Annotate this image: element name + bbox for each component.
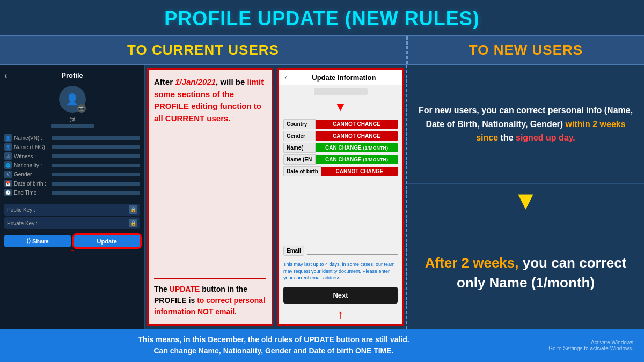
name-eng-icon: 👤 (4, 143, 12, 151)
form-panel: ‹ Update Information ▼ Country CANNOT CH… (277, 68, 404, 326)
form-name-bar (314, 88, 368, 95)
new-users-info-bottom: After 2 weeks, you can correct only Name… (407, 217, 644, 329)
new-users-header: TO NEW USERS (408, 36, 644, 64)
name-vn-icon: 👤 (4, 134, 12, 142)
share-button[interactable]: ⟨⟩ Share (4, 235, 71, 247)
camera-icon[interactable]: 📷 (77, 104, 86, 113)
form-field-gender: Gender CANNOT CHANGE (283, 131, 398, 141)
field-dob: 📅 Date of birth : (4, 180, 140, 187)
right-arrow-section: ▼ (407, 184, 644, 217)
form-field-name-vn: Name( CAN CHANGE (1/MONTH) (283, 143, 398, 153)
field-gender: ⚥ Gender : (4, 171, 140, 178)
public-key-field: Public Key : 🔒 (4, 204, 140, 216)
new-users-info-top: For new users, you can correct personal … (407, 65, 644, 184)
form-field-dob: Date of birth CANNOT CHANGE (283, 166, 398, 176)
form-notice: This may last up to 4 days, in some case… (279, 258, 402, 285)
nationality-icon: 🌐 (4, 161, 12, 169)
form-field-name-en: Name (EN CAN CHANGE (1/MONTH) (283, 154, 398, 165)
email-input-line[interactable] (307, 247, 398, 255)
form-arrow-up: ↑ (279, 307, 402, 324)
field-name-eng: 👤 Name (ENG) : (4, 143, 140, 151)
profile-fields: 👤 Name(VN) : 👤 Name (ENG) : ⚠ Witness : … (4, 131, 140, 199)
username-bar (51, 124, 94, 128)
form-field-country: Country CANNOT CHANGE (283, 119, 398, 129)
current-users-info-top: After 1/Jan/2021, will be limit some sec… (154, 76, 266, 274)
gender-icon: ⚥ (4, 171, 12, 178)
form-email-row: Email (283, 246, 398, 256)
field-witness: ⚠ Witness : (4, 152, 140, 160)
dob-icon: 📅 (4, 180, 12, 187)
person-icon: 👤 (65, 93, 79, 106)
profile-back-icon[interactable]: ‹ (4, 71, 7, 80)
endtime-icon: 🕐 (4, 189, 12, 196)
field-nationality: 🌐 Nationality : (4, 161, 140, 169)
form-back-icon: ‹ (284, 73, 287, 82)
page-title: PROFILE UPDATE (NEW RULES) (0, 8, 644, 30)
email-label: Email (283, 246, 304, 256)
page-header: PROFILE UPDATE (NEW RULES) (0, 0, 644, 35)
at-symbol: @ (69, 116, 75, 122)
page-footer: This means, in this December, the old ru… (0, 329, 644, 362)
profile-header: ‹ Profile (4, 69, 140, 83)
profile-avatar-area: 👤 📷 @ (4, 83, 140, 131)
info-panel-left: After 1/Jan/2021, will be limit some sec… (147, 68, 273, 326)
witness-icon: ⚠ (4, 152, 12, 160)
lock-icon-2: 🔒 (129, 219, 137, 227)
current-users-header: TO CURRENT USERS (0, 36, 408, 64)
right-panel: For new users, you can correct personal … (406, 65, 644, 329)
update-arrow: ↑ (69, 245, 75, 259)
form-title: Update Information (291, 73, 397, 82)
form-header: ‹ Update Information (279, 70, 402, 85)
lock-icon: 🔒 (129, 205, 137, 214)
share-icon: ⟨⟩ (26, 238, 31, 245)
profile-title: Profile (61, 71, 83, 79)
update-button[interactable]: Update (74, 235, 141, 247)
next-button[interactable]: Next (283, 287, 398, 304)
content-area: ‹ Profile 👤 📷 @ 👤 Name(VN) : 👤 (0, 65, 644, 329)
current-users-info-bottom: The UPDATE button in the PROFILE is to c… (154, 284, 266, 317)
main-wrapper: PROFILE UPDATE (NEW RULES) TO CURRENT US… (0, 0, 644, 362)
field-endtime: 🕐 End Time : (4, 189, 140, 196)
down-arrow-yellow-icon: ▼ (513, 188, 539, 213)
section-headers: TO CURRENT USERS TO NEW USERS (0, 35, 644, 65)
profile-key-fields: Public Key : 🔒 Private Key : 🔒 (4, 202, 140, 231)
private-key-field: Private Key : 🔒 (4, 217, 140, 229)
form-fields: Country CANNOT CHANGE Gender CANNOT CHAN… (279, 115, 402, 243)
footer-text: This means, in this December, the old ru… (11, 334, 537, 357)
footer-activate: Activate WindowsGo to Settings to activa… (537, 339, 633, 351)
field-name-vn: 👤 Name(VN) : (4, 134, 140, 142)
form-arrow-down: ▼ (279, 99, 402, 114)
avatar: 👤 📷 (59, 86, 86, 113)
profile-panel: ‹ Profile 👤 📷 @ 👤 Name(VN) : 👤 (0, 65, 145, 329)
profile-buttons: ⟨⟩ Share Update ↑ (4, 235, 140, 247)
